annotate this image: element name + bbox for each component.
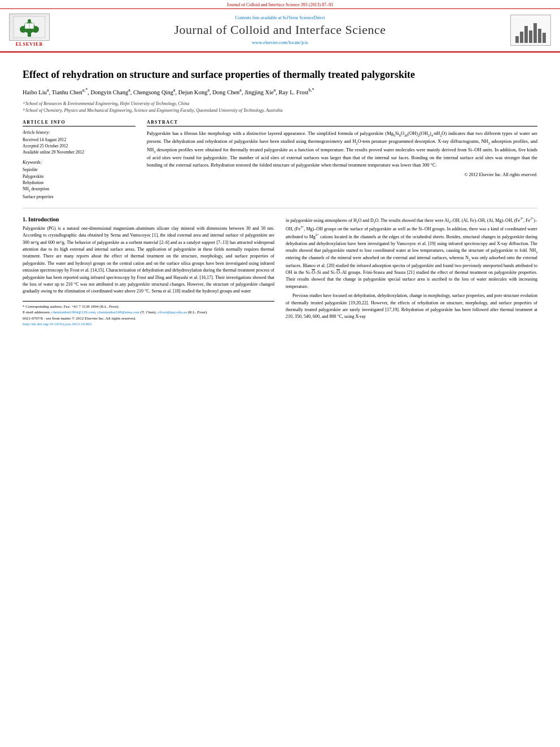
history-label: Article history:: [23, 130, 135, 135]
intro-title: 1. Introduction: [23, 216, 274, 222]
author-tianhu: Tianhu Chen: [52, 89, 82, 95]
footnotes: * Corresponding authors. Fax: +61 7 3138…: [23, 301, 274, 327]
received-date: Received 14 August 2012: [23, 137, 135, 143]
copyright-line: © 2012 Elsevier Inc. All rights reserved…: [147, 172, 537, 177]
author-dongyin: Dongyin Chang: [90, 89, 128, 95]
header-right: [508, 15, 553, 46]
author-dejun: Dejun Kong: [178, 89, 208, 95]
email-addresses: chentianhui1964@126.com, chentianhui168@…: [51, 310, 207, 314]
intro-text-left: Palygorskite (PG) is a natural one-dimen…: [23, 225, 274, 295]
journal-title: Journal of Colloid and Interface Science: [52, 23, 508, 37]
author-haibo: Haibo Liu: [23, 89, 47, 95]
abstract-text: Palygorskite has a fibrous like morpholo…: [147, 130, 537, 169]
email-label: E-mail addresses:: [23, 310, 51, 314]
decorative-chart: [510, 15, 551, 46]
sciverse-link[interactable]: SciVerse ScienceDirect: [283, 15, 325, 20]
keywords-section: Keywords: Sepiolite Palygorskite Rehydra…: [23, 160, 135, 199]
issn-line: 0021-9797/$ - see front matter © 2012 El…: [23, 316, 274, 322]
affiliations: ᵃ School of Resources & Environmental En…: [23, 101, 537, 114]
abstract-header: ABSTRACT: [147, 120, 537, 126]
author-ray: Ray L. Frost: [279, 89, 309, 95]
doi-line: http://dx.doi.org/10.1016/j.jcis.2012.10…: [23, 321, 274, 327]
main-content: Effect of rehydration on structure and s…: [0, 53, 560, 334]
article-title: Effect of rehydration on structure and s…: [23, 68, 537, 81]
keywords-label: Keywords:: [23, 160, 135, 165]
article-info-col: ARTICLE INFO Article history: Received 1…: [23, 120, 135, 200]
keyword-5: Surface properties: [23, 194, 135, 200]
body-section: 1. Introduction Palygorskite (PG) is a n…: [23, 216, 537, 327]
author-dong: Dong Chen: [212, 89, 239, 95]
email-line: E-mail addresses: chentianhui1964@126.co…: [23, 309, 274, 316]
header-center: Contents lists available at SciVerse Sci…: [52, 15, 508, 45]
body-divider: [23, 208, 537, 208]
available-date: Available online 29 November 2012: [23, 149, 135, 155]
keyword-1: Sepiolite: [23, 167, 135, 173]
info-abstract-section: ARTICLE INFO Article history: Received 1…: [23, 120, 537, 200]
authors-line: Haibo Liua, Tianhu Chena,*, Dongyin Chan…: [23, 87, 537, 97]
elsevier-logo-box: [9, 14, 50, 41]
corresponding-note: * Corresponding authors. Fax: +61 7 3138…: [23, 304, 274, 310]
journal-url[interactable]: www.elsevier.com/locate/jcis: [52, 40, 508, 45]
abstract-col: ABSTRACT Palygorskite has a fibrous like…: [147, 120, 537, 200]
citation-text: Journal of Colloid and Interface Science…: [227, 2, 333, 7]
affiliation-b: ᵇ School of Chemistry, Physics and Mecha…: [23, 107, 537, 114]
author-chengsong: Chengsong Qing: [133, 89, 173, 95]
accepted-date: Accepted 25 October 2012: [23, 143, 135, 149]
keyword-2: Palygorskite: [23, 173, 135, 180]
keyword-4: NH3 desorption: [23, 186, 135, 193]
body-left-col: 1. Introduction Palygorskite (PG) is a n…: [23, 216, 274, 327]
author-jingjing: Jingjing Xie: [244, 89, 274, 95]
journal-header: ELSEVIER Contents lists available at Sci…: [0, 9, 560, 53]
elsevier-logo: ELSEVIER: [7, 14, 52, 47]
citation-bar: Journal of Colloid and Interface Science…: [0, 0, 560, 9]
sciverse-line: Contents lists available at SciVerse Sci…: [52, 15, 508, 20]
affiliation-a: ᵃ School of Resources & Environmental En…: [23, 101, 537, 107]
elsevier-logo-image: ELSEVIER: [7, 14, 52, 47]
elsevier-label: ELSEVIER: [16, 42, 43, 47]
svg-point-5: [28, 19, 31, 23]
intro-text-right: in palygorskite using atmospheres of H2O…: [286, 216, 537, 321]
body-right-col: in palygorskite using atmospheres of H2O…: [286, 216, 537, 327]
article-info-header: ARTICLE INFO: [23, 120, 135, 126]
keyword-3: Rehydration: [23, 180, 135, 186]
